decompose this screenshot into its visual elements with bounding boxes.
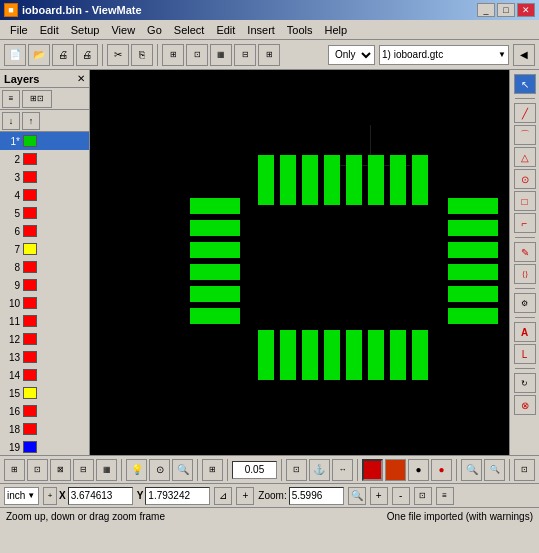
tool2-button[interactable]: ⊡	[186, 44, 208, 66]
layer-row[interactable]: 1*	[0, 132, 89, 150]
tool3-button[interactable]: ▦	[210, 44, 232, 66]
bt-tool-5[interactable]: ▦	[96, 459, 117, 481]
close-button[interactable]: ✕	[517, 3, 535, 17]
layers-list[interactable]: 1*2345678910111213141516181920	[0, 132, 89, 455]
file-combo[interactable]: 1) ioboard.gtc ▼	[379, 45, 509, 65]
rt-rotate-button[interactable]: ↻	[514, 373, 536, 393]
zoom-minus-icon[interactable]: -	[392, 487, 410, 505]
bt-color-2[interactable]	[385, 459, 406, 481]
rt-triangle-button[interactable]: △	[514, 147, 536, 167]
rt-circle-button[interactable]: ⊙	[514, 169, 536, 189]
layer-row[interactable]: 16	[0, 402, 89, 420]
bt-end-button[interactable]: ⊡	[514, 459, 535, 481]
copy-button[interactable]: ⎘	[131, 44, 153, 66]
tool1-button[interactable]: ⊞	[162, 44, 184, 66]
tool4-button[interactable]: ⊟	[234, 44, 256, 66]
layer-row[interactable]: 3	[0, 168, 89, 186]
open-button[interactable]: 📂	[28, 44, 50, 66]
layer-row[interactable]: 11	[0, 312, 89, 330]
rt-text-A-button[interactable]: A	[514, 322, 536, 342]
layer-list-btn[interactable]: ≡	[2, 90, 20, 108]
rt-text-L-button[interactable]: L	[514, 344, 536, 364]
nav-button[interactable]: ◀	[513, 44, 535, 66]
svg-rect-5	[368, 155, 384, 205]
svg-rect-19	[190, 264, 240, 280]
rt-settings-button[interactable]: ⚙	[514, 293, 536, 313]
layer-row[interactable]: 6	[0, 222, 89, 240]
layer-row[interactable]: 4	[0, 186, 89, 204]
menu-format[interactable]: Edit	[210, 22, 241, 38]
svg-rect-20	[190, 286, 240, 302]
rt-tool-2[interactable]: ⌒	[514, 125, 536, 145]
layer-row[interactable]: 14	[0, 366, 89, 384]
bt-snap-button[interactable]: ⊡	[286, 459, 307, 481]
rt-rect-button[interactable]: □	[514, 191, 536, 211]
layer-down-btn[interactable]: ↓	[2, 112, 20, 130]
layer-row[interactable]: 18	[0, 420, 89, 438]
bt-light-button[interactable]: 💡	[126, 459, 147, 481]
layer-row[interactable]: 8	[0, 258, 89, 276]
layer-row[interactable]: 9	[0, 276, 89, 294]
zoom-search-icon[interactable]: 🔍	[348, 487, 366, 505]
print-setup-button[interactable]: 🖨	[52, 44, 74, 66]
layer-row[interactable]: 12	[0, 330, 89, 348]
menu-setup[interactable]: Setup	[65, 22, 106, 38]
layer-row[interactable]: 15	[0, 384, 89, 402]
rt-corner-button[interactable]: ⌐	[514, 213, 536, 233]
menu-file[interactable]: File	[4, 22, 34, 38]
grid-value-input[interactable]	[232, 461, 277, 479]
layer-color-swatch	[23, 441, 37, 453]
rt-edit-button[interactable]: ⟨⟩	[514, 264, 536, 284]
layer-row[interactable]: 5	[0, 204, 89, 222]
menu-view[interactable]: View	[105, 22, 141, 38]
bt-anchor-button[interactable]: ⚓	[309, 459, 330, 481]
minimize-button[interactable]: _	[477, 3, 495, 17]
select-cursor-button[interactable]: ↖	[514, 74, 536, 94]
print-button[interactable]: 🖨	[76, 44, 98, 66]
menu-edit[interactable]: Edit	[34, 22, 65, 38]
app-icon: ■	[4, 3, 18, 17]
layer-up-btn[interactable]: ↑	[22, 112, 40, 130]
bt-color-4[interactable]: ●	[431, 459, 452, 481]
bt-tool-1[interactable]: ⊞	[4, 459, 25, 481]
rt-prohibit-button[interactable]: ⊗	[514, 395, 536, 415]
menu-go[interactable]: Go	[141, 22, 168, 38]
menu-select[interactable]: Select	[168, 22, 211, 38]
svg-rect-18	[190, 242, 240, 258]
rt-tool-1[interactable]: ╱	[514, 103, 536, 123]
bt-tool-3[interactable]: ⊠	[50, 459, 71, 481]
layer-number: 1*	[2, 136, 20, 147]
zoom-plus-icon[interactable]: +	[370, 487, 388, 505]
menu-tools[interactable]: Tools	[281, 22, 319, 38]
layers-close-button[interactable]: ✕	[77, 73, 85, 84]
bt-color-1[interactable]	[362, 459, 383, 481]
layer-color-swatch	[23, 207, 37, 219]
cut-button[interactable]: ✂	[107, 44, 129, 66]
bt-zoom-out-button[interactable]: 🔍	[484, 459, 505, 481]
layer-number: 4	[2, 190, 20, 201]
layer-only-select[interactable]: Only All	[328, 45, 375, 65]
menu-help[interactable]: Help	[319, 22, 354, 38]
bt-target-button[interactable]: ⊙	[149, 459, 170, 481]
bt-grid-button[interactable]: ⊞	[202, 459, 223, 481]
bt-color-3[interactable]: ●	[408, 459, 429, 481]
layer-grid-btn[interactable]: ⊞⊡	[22, 90, 52, 108]
bt-tool-4[interactable]: ⊟	[73, 459, 94, 481]
layer-row[interactable]: 7	[0, 240, 89, 258]
new-button[interactable]: 📄	[4, 44, 26, 66]
layer-row[interactable]: 19	[0, 438, 89, 455]
layer-row[interactable]: 10	[0, 294, 89, 312]
rt-pencil-button[interactable]: ✎	[514, 242, 536, 262]
layer-row[interactable]: 2	[0, 150, 89, 168]
bt-zoom-in-button[interactable]: 🔍	[461, 459, 482, 481]
bt-measure-button[interactable]: ↔	[332, 459, 353, 481]
maximize-button[interactable]: □	[497, 3, 515, 17]
unit-dropdown[interactable]: inch ▼	[4, 487, 39, 505]
bt-tool-2[interactable]: ⊡	[27, 459, 48, 481]
tool5-button[interactable]: ⊞	[258, 44, 280, 66]
svg-rect-21	[190, 308, 240, 324]
bt-probe-button[interactable]: 🔍	[172, 459, 193, 481]
canvas-area[interactable]	[90, 70, 509, 455]
layer-row[interactable]: 13	[0, 348, 89, 366]
menu-insert[interactable]: Insert	[241, 22, 281, 38]
